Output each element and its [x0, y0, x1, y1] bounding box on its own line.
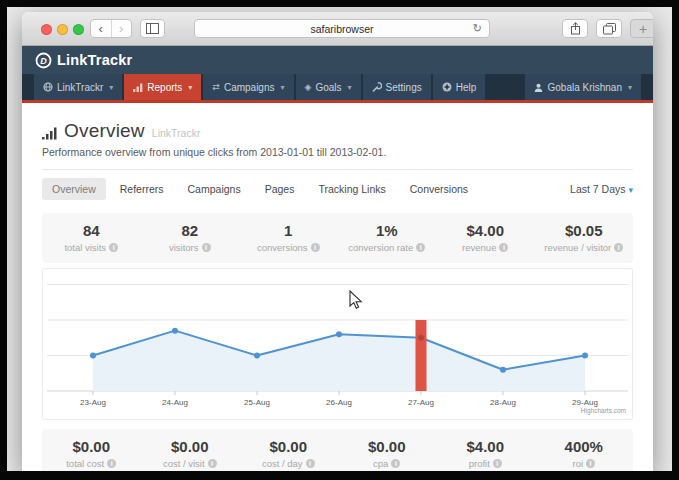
visits-point	[254, 353, 260, 359]
page-title-suffix: LinkTrackr	[152, 127, 201, 139]
stat-value: $0.00	[141, 438, 240, 455]
sidebar-icon	[146, 23, 159, 34]
date-range-label: Last 7 Days	[570, 183, 625, 195]
nav-item-campaigns[interactable]: ⇄ Campaigns ▾	[203, 74, 293, 100]
info-icon[interactable]: i	[391, 459, 400, 468]
visits-point	[500, 367, 506, 373]
stat-label: profit	[469, 458, 490, 469]
share-icon	[570, 22, 581, 35]
close-window-button[interactable]	[41, 24, 52, 35]
x-axis-label: 28-Aug	[490, 398, 516, 407]
page-title: Overview	[64, 120, 145, 142]
nav-item-reports[interactable]: Reports ▾	[124, 74, 201, 100]
stat-label: total visits	[64, 242, 106, 253]
date-range-selector[interactable]: Last 7 Days ▾	[570, 183, 633, 195]
bar-chart-icon	[133, 83, 143, 92]
stat-total-visits: 84 total visitsi	[42, 222, 141, 253]
stat-value: $0.00	[239, 438, 338, 455]
nav-label: Help	[456, 82, 477, 93]
kpi-strip-top: 84 total visitsi 82 visitorsi 1 conversi…	[42, 213, 633, 263]
share-button[interactable]	[562, 19, 588, 38]
stat-value: 84	[42, 222, 141, 239]
chevron-down-icon: ▾	[188, 83, 192, 92]
info-icon[interactable]: i	[586, 459, 595, 468]
sidebar-button[interactable]	[140, 19, 165, 38]
info-icon[interactable]: i	[614, 243, 623, 252]
info-icon[interactable]: i	[306, 459, 315, 468]
nav-label: Settings	[386, 82, 422, 93]
nav-item-linktrackr[interactable]: LinkTrackr ▾	[34, 74, 122, 100]
chevron-down-icon: ▾	[348, 83, 352, 92]
page-content: Overview LinkTrackr Performance overview…	[22, 103, 653, 471]
tabs-overview-icon	[603, 23, 616, 35]
app-header: D LinkTrackr	[22, 46, 653, 74]
tab-overview[interactable]: Overview	[42, 178, 106, 200]
forward-button[interactable]: ›	[111, 20, 132, 37]
conversions-bar	[416, 320, 427, 391]
stat-value: $4.00	[436, 222, 535, 239]
chevron-down-icon: ▾	[628, 185, 633, 195]
stat-label: visitors	[169, 242, 199, 253]
visits-point	[582, 353, 588, 359]
nav-item-settings[interactable]: Settings	[363, 74, 431, 100]
stat-label: cost / day	[262, 458, 303, 469]
overview-chart-svg[interactable]: 23-Aug24-Aug25-Aug26-Aug27-Aug28-Aug29-A…	[43, 269, 632, 417]
stat-total-cost: $0.00 total costi	[42, 438, 141, 469]
visits-area	[93, 331, 585, 391]
nav-label: Reports	[147, 82, 182, 93]
stat-label: revenue / visitor	[544, 242, 611, 253]
minimize-window-button[interactable]	[57, 24, 68, 35]
stat-value: 1	[239, 222, 338, 239]
info-icon[interactable]: i	[202, 243, 211, 252]
nav-item-goals[interactable]: ◈ Goals ▾	[296, 74, 361, 100]
stat-roi: 400% roii	[535, 438, 634, 469]
zoom-window-button[interactable]	[73, 24, 84, 35]
stat-cost-per-day: $0.00 cost / dayi	[239, 438, 338, 469]
stat-profit: $4.00 profiti	[436, 438, 535, 469]
nav-item-help[interactable]: Help	[433, 74, 486, 100]
svg-text:D: D	[40, 56, 47, 66]
info-icon[interactable]: i	[311, 243, 320, 252]
nav-label: Goals	[315, 82, 341, 93]
tab-pages[interactable]: Pages	[255, 178, 305, 200]
stat-revenue-per-visitor: $0.05 revenue / visitori	[535, 222, 634, 253]
stat-label: revenue	[462, 242, 496, 253]
info-icon[interactable]: i	[499, 243, 508, 252]
x-axis-label: 27-Aug	[408, 398, 434, 407]
globe-icon	[43, 82, 53, 92]
user-name: Gobala Krishnan	[547, 82, 622, 93]
tab-conversions[interactable]: Conversions	[400, 178, 478, 200]
window-controls	[41, 24, 84, 35]
stat-conversion-rate: 1% conversion ratei	[338, 222, 437, 253]
info-icon[interactable]: i	[493, 459, 502, 468]
nav-label: Campaigns	[224, 82, 275, 93]
address-bar[interactable]: safaribrowser ↻	[194, 19, 490, 38]
tab-tracking-links[interactable]: Tracking Links	[308, 178, 395, 200]
info-icon[interactable]: i	[208, 459, 217, 468]
app-logo-text: LinkTrackr	[57, 52, 132, 68]
shuffle-icon: ⇄	[212, 82, 220, 92]
tab-campaigns[interactable]: Campaigns	[178, 178, 251, 200]
info-icon[interactable]: i	[109, 243, 118, 252]
info-icon[interactable]: i	[107, 459, 116, 468]
user-menu[interactable]: Gobala Krishnan ▾	[525, 74, 641, 100]
new-tab-button[interactable]: +	[630, 19, 653, 38]
info-icon[interactable]: i	[416, 243, 425, 252]
reload-icon[interactable]: ↻	[473, 22, 482, 35]
x-axis-label: 29-Aug	[572, 398, 598, 407]
wrench-icon	[372, 82, 382, 92]
x-axis-label: 24-Aug	[162, 398, 188, 407]
nav-label: LinkTrackr	[57, 82, 103, 93]
show-tabs-button[interactable]	[596, 19, 622, 38]
stat-value: $0.00	[42, 438, 141, 455]
back-button[interactable]: ‹	[91, 20, 111, 37]
chevron-down-icon: ▾	[628, 83, 632, 92]
chevron-down-icon: ▾	[109, 83, 113, 92]
page-header: Overview LinkTrackr Performance overview…	[22, 103, 653, 170]
report-tabs: Overview Referrers Campaigns Pages Track…	[22, 170, 653, 207]
stat-label: conversions	[257, 242, 308, 253]
overview-chart[interactable]: 23-Aug24-Aug25-Aug26-Aug27-Aug28-Aug29-A…	[42, 268, 633, 420]
tab-referrers[interactable]: Referrers	[110, 178, 174, 200]
stat-value: $0.00	[338, 438, 437, 455]
stat-value: $0.05	[535, 222, 634, 239]
